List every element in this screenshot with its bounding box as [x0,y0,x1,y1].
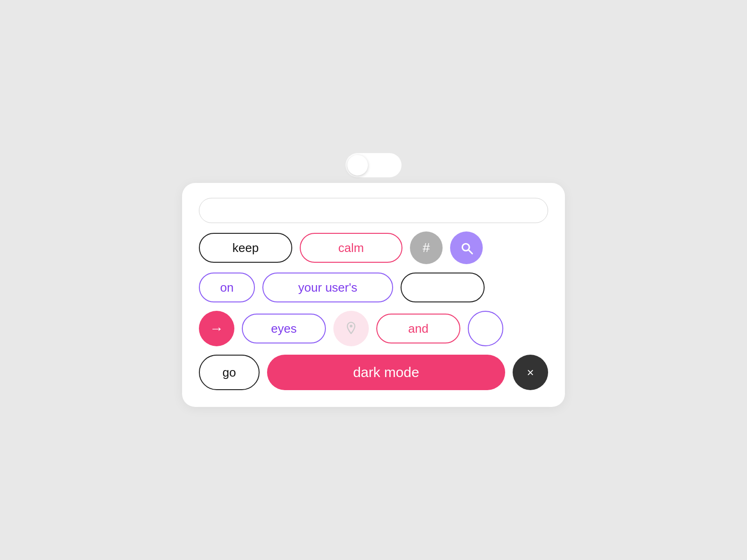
and-button[interactable]: and [376,314,460,343]
svg-point-2 [350,325,352,328]
keep-button[interactable]: keep [199,233,292,263]
svg-line-1 [469,251,472,254]
close-button[interactable]: × [513,355,548,390]
calm-button[interactable]: calm [300,233,402,263]
arrow-button[interactable]: → [199,311,234,346]
on-button[interactable]: on [199,273,255,302]
your-users-button[interactable]: your user's [262,273,393,302]
close-icon: × [527,365,534,380]
toggle-container [345,153,402,177]
search-input[interactable] [199,198,548,223]
empty-circle-row3[interactable] [468,311,503,346]
svg-point-0 [462,244,469,251]
toggle-knob [347,155,368,175]
main-card: keep calm # on your user's [182,183,565,407]
arrow-right-icon: → [210,321,224,336]
hash-button[interactable]: # [410,231,443,264]
go-button[interactable]: go [199,355,260,390]
dark-mode-button[interactable]: dark mode [267,355,505,390]
eyes-button[interactable]: eyes [242,314,326,343]
empty-pill-row2[interactable] [401,273,485,302]
location-button[interactable] [333,311,369,346]
toggle-switch[interactable] [345,153,402,177]
row-1: keep calm # [199,231,548,264]
location-pin-icon [344,321,359,336]
search-row [199,198,548,223]
row-3: → eyes and [199,311,548,346]
row-4: go dark mode × [199,355,548,390]
row-2: on your user's [199,273,548,302]
search-button[interactable] [450,231,483,264]
hash-icon: # [423,240,430,255]
page-wrapper: keep calm # on your user's [182,153,565,407]
search-icon [459,241,473,255]
